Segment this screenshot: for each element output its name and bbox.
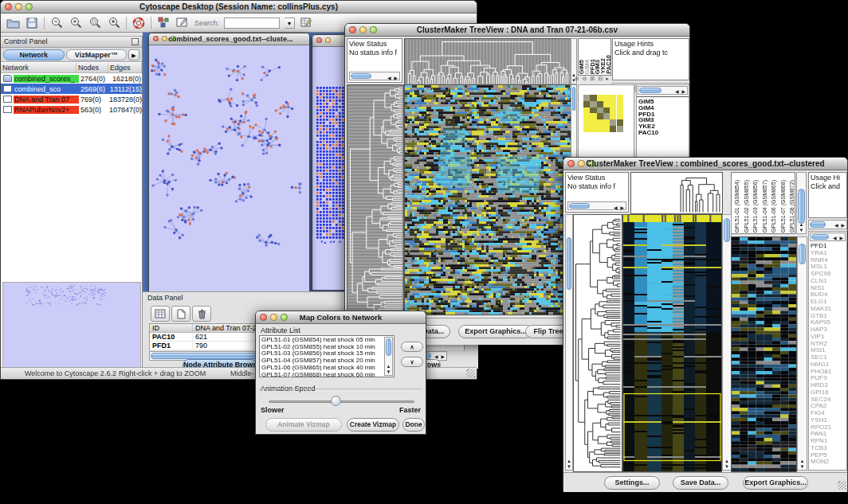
tv1-heatmap[interactable] (404, 84, 571, 315)
delete-attribute-button[interactable] (192, 306, 211, 322)
create-vizmap-button[interactable]: Create Vizmap (347, 418, 399, 432)
column-id[interactable]: ID (150, 324, 193, 332)
network-view-titlebar[interactable]: combined_scores_good.txt--cluste... (149, 33, 309, 45)
scrollbar-thumb[interactable] (811, 234, 829, 240)
scrollbar-thumb[interactable] (386, 338, 391, 356)
minimize-icon[interactable] (325, 37, 331, 43)
close-icon[interactable] (260, 314, 267, 321)
tv2-left-vscrollbar[interactable]: ▲▼ (565, 214, 573, 471)
resize-grip[interactable] (838, 481, 846, 490)
background-network-canvas[interactable] (312, 47, 347, 290)
column-nodes[interactable]: Nodes (77, 63, 108, 72)
scrollbar-thumb[interactable] (799, 244, 806, 264)
tv1-row-dendrogram[interactable] (347, 84, 404, 315)
tv2-labels-vscrollbar[interactable]: ▲▼ (796, 172, 807, 234)
scrollbar-arrows[interactable]: ▲▼ (385, 364, 392, 375)
search-dropdown-icon[interactable]: ▼ (285, 18, 295, 29)
attribute-listbox[interactable]: GPL51-01 (GSM854) heat shock 05 minGPL51… (259, 335, 395, 377)
search-input[interactable] (224, 18, 280, 29)
scrollbar-arrows[interactable]: ▲▼ (566, 459, 572, 470)
new-attribute-button[interactable] (171, 306, 190, 322)
tv1-column-dendrogram[interactable] (404, 38, 571, 86)
gene-label[interactable]: MON2 (811, 459, 831, 466)
float-panel-icon[interactable] (132, 38, 139, 45)
close-icon[interactable] (5, 3, 12, 10)
tv2-submatrix-heatmap[interactable] (731, 236, 797, 472)
close-icon[interactable] (316, 37, 322, 43)
scrollbar-arrows[interactable]: ▲▼ (798, 459, 807, 470)
network-list-item[interactable]: RNAPuberNov2+563(0)107847(0) (1, 104, 142, 115)
scrollbar-thumb[interactable] (724, 218, 730, 242)
tv2-heatmap[interactable] (622, 214, 722, 472)
gene-label[interactable]: PAC10 (638, 130, 658, 136)
tv1-button-2[interactable]: Export Graphics... (458, 325, 533, 338)
tv2-gene-vscrollbar[interactable]: ▲▼ (797, 236, 807, 471)
column-network[interactable]: Network (1, 63, 77, 72)
network-overview-canvas[interactable] (3, 283, 140, 367)
animate-vizmap-button[interactable]: Animate Vizmap (265, 418, 342, 432)
tab-vizmapper[interactable]: VizMapper™ (66, 49, 128, 61)
scrollbar-arrows[interactable]: ◀ ▶ (834, 222, 846, 228)
zoom-out-button[interactable] (49, 16, 64, 30)
open-session-button[interactable] (6, 16, 20, 30)
vizmap-button[interactable] (156, 16, 171, 30)
resize-grip[interactable] (466, 369, 475, 377)
scrollbar-thumb[interactable] (639, 88, 662, 93)
tv2-status-hscrollbar[interactable]: ◀ ▶ (567, 201, 626, 210)
scrollbar-thumb[interactable] (798, 189, 805, 224)
tv2-usage-hscrollbar[interactable]: ◀ ▶ (808, 220, 847, 229)
annotation-button[interactable] (175, 16, 190, 30)
tv2-column-dendrogram[interactable] (630, 172, 723, 214)
scrollbar-arrows[interactable]: ▲▼ (797, 222, 806, 233)
close-icon[interactable] (153, 36, 159, 41)
network-list-item[interactable]: DNA and Tran 07769(0)183728(0) (1, 94, 142, 104)
close-icon[interactable] (349, 26, 356, 33)
tv2-gene-hscrollbar[interactable]: ◀ ▶ (810, 232, 846, 241)
attribute-editor-button[interactable] (300, 16, 314, 30)
treeview2-titlebar[interactable]: ClusterMaker TreeView : combined_scores_… (563, 158, 847, 170)
zoom-selected-button[interactable] (107, 16, 121, 30)
zoom-in-button[interactable] (69, 16, 83, 30)
column-edges[interactable]: Edges (108, 63, 142, 72)
zoom-fit-button[interactable] (88, 16, 102, 30)
tv1-gene-hscrollbar[interactable]: ◀ ▶ (638, 86, 688, 95)
done-button[interactable]: Done (402, 418, 425, 432)
attribute-select-button[interactable] (151, 306, 170, 322)
scrollbar-arrows[interactable]: ◀ ▶ (833, 235, 844, 240)
scrollbar-arrows[interactable]: ◀ ▶ (434, 354, 446, 359)
scrollbar-arrows[interactable]: ◀ ▶ (614, 204, 625, 213)
scrollbar-thumb[interactable] (567, 237, 571, 290)
network-list-item[interactable]: combined_sco2569(6)13112(15) (1, 84, 142, 94)
treeview1-titlebar[interactable]: ClusterMaker TreeView : DNA and Tran 07-… (345, 24, 689, 37)
tv2-button-1[interactable]: Save Data... (673, 476, 728, 490)
scrollbar-arrows[interactable]: ▲▼ (723, 459, 731, 470)
close-icon[interactable] (567, 160, 575, 167)
tab-overflow-button[interactable]: ▶ (128, 49, 139, 61)
background-network-titlebar[interactable] (312, 35, 347, 47)
tv2-row-dendrogram[interactable] (573, 214, 622, 472)
network-view-canvas[interactable] (149, 45, 309, 293)
tv2-button-0[interactable]: Settings... (604, 476, 660, 490)
attribute-item[interactable]: GPL51-07 (GSM868) heat shock 60 min (261, 372, 383, 377)
speed-slider-track[interactable] (269, 400, 414, 403)
scrollbar-arrows[interactable]: ◀ ▶ (387, 74, 398, 83)
main-titlebar[interactable]: Cytoscape Desktop (Session Name: collins… (1, 1, 477, 14)
save-session-button[interactable] (25, 16, 39, 30)
dialog-titlebar[interactable]: Map Colors to Network (256, 311, 426, 324)
scrollbar-thumb[interactable] (572, 87, 575, 111)
move-up-button[interactable]: ∧ (401, 342, 423, 352)
scrollbar-thumb[interactable] (351, 73, 371, 79)
move-down-button[interactable]: ∨ (401, 357, 423, 367)
network-list-item[interactable]: combined_scores_2764(0)16218(0) (1, 73, 142, 84)
tv1-yellow-matrix[interactable] (583, 95, 623, 132)
help-button[interactable] (132, 16, 146, 30)
tv2-button-2[interactable]: Export Graphics... (743, 476, 808, 490)
scrollbar-thumb[interactable] (569, 203, 590, 209)
scrollbar-thumb[interactable] (810, 221, 826, 228)
attribute-list-vscrollbar[interactable]: ▲▼ (384, 337, 393, 376)
scrollbar-arrows[interactable]: ◀ ▶ (675, 88, 686, 94)
tv1-status-hscrollbar[interactable]: ◀ ▶ (349, 72, 400, 80)
speed-slider-thumb[interactable] (331, 396, 341, 406)
minimize-icon[interactable] (162, 36, 167, 41)
tab-network[interactable]: Network (3, 49, 65, 61)
